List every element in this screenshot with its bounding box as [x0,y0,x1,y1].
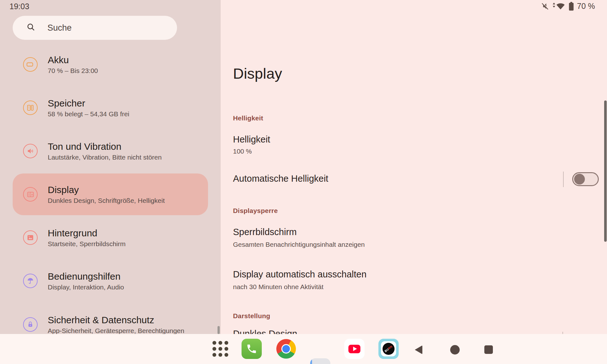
sidebar-item-title: Ton und Vibration [48,141,162,152]
sidebar-item-hintergrund[interactable]: Hintergrund Startseite, Sperrbildschirm [13,221,208,254]
sidebar-item-subtitle: Startseite, Sperrbildschirm [48,240,126,248]
content-scrollbar[interactable] [604,100,607,242]
sidebar-item-subtitle: App-Sicherheit, Gerätesperre, Berechtigu… [48,327,184,335]
sidebar-item-subtitle: Dunkles Design, Schriftgröße, Helligkeit [48,197,165,204]
sound-circle-icon [23,144,38,158]
svg-text:A: A [31,193,33,196]
status-time: 19:03 [9,2,29,11]
sidebar-item-subtitle: 70 % – Bis 23:00 [48,67,98,75]
row-helligkeit-value: 100 % [233,148,252,155]
toggle-knob [574,174,585,185]
sidebar-item-display[interactable]: A Display Dunkles Design, Schriftgröße, … [13,173,208,215]
sidebar-item-title: Sicherheit & Datenschutz [48,315,184,325]
sidebar-item-akku[interactable]: Akku 70 % – Bis 23:00 [13,48,208,81]
wallpaper-circle-icon [23,230,38,245]
sidebar-scrollbar[interactable] [218,326,220,334]
contacts-stripe [310,358,312,364]
row-display-timeout-title[interactable]: Display automatisch ausschalten [233,269,366,280]
sidebar-item-subtitle: Display, Interaktion, Audio [48,283,124,291]
youtube-app-icon[interactable] [344,339,365,359]
section-header-darstellung: Darstellung [233,312,270,320]
sidebar-item-subtitle: Lautstärke, Vibration, Bitte nicht störe… [48,154,162,161]
mute-icon [541,2,549,10]
phone-app-icon[interactable] [242,339,262,359]
chrome-app-icon[interactable] [276,339,296,359]
toggle-divider [563,172,564,187]
search-input[interactable]: Suche [13,16,177,40]
section-header-helligkeit: Helligkeit [233,114,263,122]
auto-brightness-toggle[interactable] [572,172,599,186]
sidebar-item-ton-und-vibration[interactable]: Ton und Vibration Lautstärke, Vibration,… [13,135,208,167]
search-icon [27,23,35,33]
sidebar-item-title: Bedienungshilfen [48,271,124,282]
status-icons: 70 % [541,2,595,11]
contacts-app-icon[interactable] [310,358,330,364]
battery-icon [569,2,574,11]
display-circle-icon: A [23,187,38,202]
row-display-timeout-subtitle: nach 30 Minuten ohne Aktivität [233,283,323,291]
page-title: Display [233,65,282,82]
clipped-divider [562,332,563,334]
app-drawer-button[interactable] [212,341,228,357]
row-auto-helligkeit-title[interactable]: Automatische Helligkeit [233,173,328,184]
wifi-arrows-icon [552,2,566,10]
row-helligkeit-title[interactable]: Helligkeit [233,134,270,145]
battery-circle-icon [23,57,38,72]
sidebar-item-speicher[interactable]: Speicher 58 % belegt – 54,34 GB frei [13,91,208,124]
sidebar-item-title: Display [48,185,165,195]
accessibility-circle-icon [23,274,38,288]
sidebar-item-title: Akku [48,55,98,65]
nav-home-button[interactable] [450,345,460,355]
lock-circle-icon [23,317,38,332]
row-sperrbildschirm-subtitle: Gesamten Benachrichtigungsinhalt anzeige… [233,241,365,248]
search-placeholder: Suche [47,23,72,33]
row-sperrbildschirm-title[interactable]: Sperrbildschirm [233,227,297,237]
sidebar-item-title: Speicher [48,98,129,109]
sidebar-item-bedienungshilfen[interactable]: Bedienungshilfen Display, Interaktion, A… [13,264,208,297]
battery-percent-label: 70 % [577,2,595,11]
sidebar-item-subtitle: 58 % belegt – 54,34 GB frei [48,110,129,118]
burn-media-app-icon[interactable]: BURN [378,339,399,359]
nav-recents-button[interactable] [484,345,493,354]
storage-circle-icon [23,100,38,115]
nav-back-button[interactable] [415,345,422,354]
dock: BURN [0,334,607,364]
sidebar-item-title: Hintergrund [48,228,126,239]
section-header-displaysperre: Displaysperre [233,207,278,215]
